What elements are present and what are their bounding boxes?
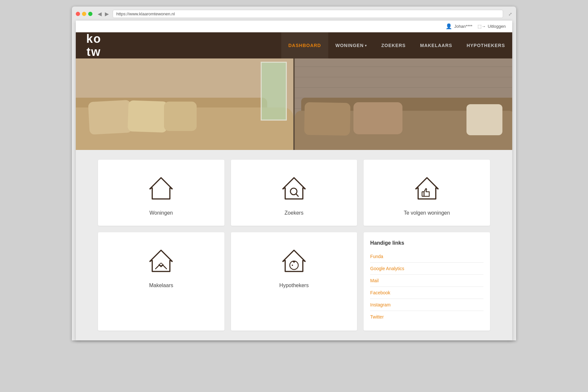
nav-dashboard[interactable]: DASHBOARD xyxy=(281,32,328,58)
nav-makelaars[interactable]: MAKELAARS xyxy=(413,32,459,58)
te-volgen-icon xyxy=(412,173,442,204)
link-mail[interactable]: Mail xyxy=(370,275,483,287)
te-volgen-card[interactable]: Te volgen woningen xyxy=(364,160,490,226)
link-twitter[interactable]: Twitter xyxy=(370,311,483,323)
link-google-analytics[interactable]: Google Analytics xyxy=(370,263,483,275)
close-button-dot[interactable] xyxy=(76,12,80,16)
browser-traffic-lights xyxy=(76,12,92,16)
nav-zoekers[interactable]: ZOEKERS xyxy=(374,32,413,58)
browser-forward-button[interactable]: ▶ xyxy=(104,11,109,17)
link-facebook[interactable]: Facebook xyxy=(370,287,483,299)
link-funda[interactable]: Funda xyxy=(370,251,483,263)
handige-links-list: Funda Google Analytics Mail Facebook Ins xyxy=(370,251,483,323)
address-bar[interactable] xyxy=(113,10,503,18)
hero-banner xyxy=(76,58,512,150)
link-instagram[interactable]: Instagram xyxy=(370,299,483,311)
woningen-icon xyxy=(146,173,176,204)
top-card-row: Woningen xyxy=(98,160,490,226)
nav-hypothekers[interactable]: HYPOTHEKERS xyxy=(459,32,512,58)
minimize-button-dot[interactable] xyxy=(82,12,86,16)
zoekers-label: Zoekers xyxy=(285,210,303,216)
logo-block[interactable]: kotw xyxy=(76,32,112,58)
zoekers-card[interactable]: Zoekers xyxy=(231,160,357,226)
woningen-dropdown-arrow: ▾ xyxy=(365,44,367,47)
browser-back-button[interactable]: ◀ xyxy=(97,11,102,17)
sofa-cushion-3 xyxy=(164,102,197,131)
logout-label: Uitloggen xyxy=(488,24,506,29)
user-icon: 👤 xyxy=(446,23,452,29)
main-content: Woningen xyxy=(76,150,512,340)
makelaars-label: Makelaars xyxy=(149,283,173,288)
website-container: 👤 Johan**** ⬚→ Uitloggen kotw DASHBOARD … xyxy=(76,21,512,340)
svg-rect-8 xyxy=(422,192,424,196)
woningen-label: Woningen xyxy=(149,210,173,216)
sofa-cushion-1 xyxy=(88,100,132,135)
makelaars-icon xyxy=(146,245,176,276)
twitter-link[interactable]: Twitter xyxy=(370,314,384,319)
facebook-link[interactable]: Facebook xyxy=(370,290,390,295)
te-volgen-label: Te volgen woningen xyxy=(404,210,450,216)
makelaars-card[interactable]: Makelaars xyxy=(98,232,224,331)
logo-text: kotw xyxy=(86,32,101,58)
hypothekers-icon xyxy=(279,245,309,276)
sofa-cushion-right-2 xyxy=(353,102,402,134)
username: Johan**** xyxy=(454,24,472,29)
svg-point-16 xyxy=(292,265,293,266)
zoekers-icon xyxy=(279,173,309,204)
nav-woningen[interactable]: WONINGEN ▾ xyxy=(328,32,374,58)
maximize-button-dot[interactable] xyxy=(88,12,92,16)
logout-icon: ⬚→ xyxy=(478,24,486,29)
instagram-link[interactable]: Instagram xyxy=(370,302,390,307)
bottom-card-row: Makelaars xyxy=(98,232,490,331)
user-info: 👤 Johan**** xyxy=(446,23,472,29)
handige-links-title: Handige links xyxy=(370,240,483,246)
svg-line-5 xyxy=(296,194,298,196)
handige-links-card: Handige links Funda Google Analytics Mai… xyxy=(364,232,490,331)
svg-line-12 xyxy=(164,267,167,269)
logout-button[interactable]: ⬚→ Uitloggen xyxy=(478,24,506,29)
hero-right xyxy=(295,58,512,150)
window-decoration xyxy=(261,62,287,121)
mail-link[interactable]: Mail xyxy=(370,278,379,283)
hypothekers-card[interactable]: Hypothekers xyxy=(231,232,357,331)
sofa-cushion-right-1 xyxy=(304,102,351,136)
main-nav: DASHBOARD WONINGEN ▾ ZOEKERS MAKELAARS H… xyxy=(281,32,512,58)
hypothekers-label: Hypothekers xyxy=(279,283,309,288)
sofa-cushion-right-3 xyxy=(466,104,502,135)
top-bar: 👤 Johan**** ⬚→ Uitloggen xyxy=(76,21,512,32)
sofa-cushion-2 xyxy=(127,100,168,133)
hero-left xyxy=(76,58,293,150)
svg-line-11 xyxy=(155,267,158,269)
browser-expand-icon: ⤢ xyxy=(508,11,512,17)
woningen-card[interactable]: Woningen xyxy=(98,160,224,226)
funda-link[interactable]: Funda xyxy=(370,254,383,259)
site-header: kotw DASHBOARD WONINGEN ▾ ZOEKERS MAKELA… xyxy=(76,32,512,58)
google-analytics-link[interactable]: Google Analytics xyxy=(370,266,404,271)
